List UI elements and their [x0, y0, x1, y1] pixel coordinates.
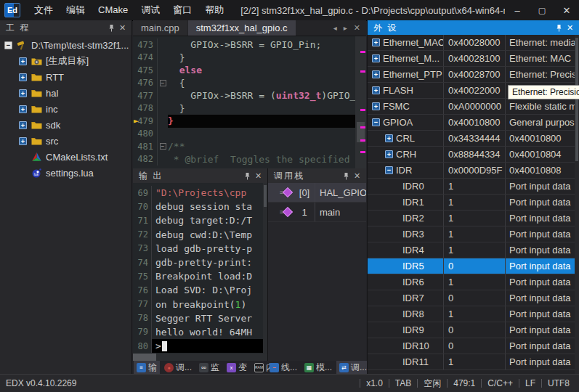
stack-frame[interactable]: ≡1main: [268, 203, 366, 222]
editor-tab-main-cpp[interactable]: main.cpp: [133, 20, 187, 36]
code-editor[interactable]: 473 GPIOx->BSRR = GPIO_Pin;474 }475 else…: [133, 36, 355, 168]
collapse-icon[interactable]: −: [4, 41, 12, 49]
peripheral-row-idr8[interactable]: IDR81Port input data: [368, 306, 579, 322]
expand-icon[interactable]: +: [372, 86, 380, 94]
expand-icon[interactable]: +: [372, 38, 380, 46]
expand-icon[interactable]: +: [19, 57, 27, 65]
scrollbar-thumb[interactable]: [575, 38, 578, 161]
peripheral-row-idr2[interactable]: IDR21Port input data: [368, 211, 579, 226]
scrollbar-thumb[interactable]: [133, 354, 156, 361]
tab-close-icon[interactable]: ✕: [354, 23, 360, 33]
peripheral-row-idr5[interactable]: IDR50Port input data: [368, 258, 579, 274]
tool-tab-bug[interactable]: 调...: [161, 361, 195, 374]
status-zoom[interactable]: x1.0: [361, 378, 388, 388]
menu-window[interactable]: 窗口: [166, 0, 198, 20]
pin-icon[interactable]: [554, 23, 564, 33]
tree-item-rtt[interactable]: +RTT: [0, 69, 131, 85]
expand-icon[interactable]: +: [372, 102, 380, 110]
close-icon[interactable]: ✕: [564, 23, 575, 33]
expand-icon[interactable]: +: [19, 105, 27, 113]
console-text: Breakpoint load:D: [152, 269, 267, 283]
tool-tab-callstack[interactable]: 调...: [336, 361, 370, 374]
close-icon[interactable]: ✕: [352, 171, 363, 181]
output-hscrollbar[interactable]: [133, 354, 267, 361]
fold-icon[interactable]: −: [160, 143, 166, 150]
peripheral-row-idr6[interactable]: IDR61Port input data: [368, 274, 579, 290]
peripheral-row-idr0[interactable]: IDR01Port input data: [368, 179, 579, 195]
collapse-icon[interactable]: −: [385, 166, 393, 174]
tool-tab-vars[interactable]: 变: [224, 361, 250, 374]
expand-icon[interactable]: +: [19, 121, 27, 129]
expand-icon[interactable]: +: [372, 70, 380, 78]
register-name-cell: IDR3: [368, 226, 444, 242]
peripheral-row-idr[interactable]: −IDR0x0000D95F0x40010808: [368, 163, 579, 179]
minimize-button[interactable]: –: [505, 0, 530, 20]
code-segment: GPIOx->BSRR = (: [168, 90, 276, 101]
scrollbar-thumb[interactable]: [264, 185, 267, 207]
editor-scrollbar[interactable]: [355, 36, 366, 168]
tree-item-生成目标[interactable]: +[生成目标]: [0, 53, 131, 69]
tree-item-inc[interactable]: +inc: [0, 101, 131, 117]
close-button[interactable]: ✕: [554, 0, 579, 20]
status-encoding[interactable]: UTF8: [543, 378, 575, 388]
peripheral-row-ethernet-m[interactable]: +Ethernet_M...0x40028100Ethernet: MAC: [368, 51, 579, 67]
tool-tab-watch[interactable]: 监: [196, 361, 222, 374]
expand-icon[interactable]: +: [19, 89, 27, 97]
tab-scroll-right-icon[interactable]: ▸: [344, 24, 347, 32]
maximize-button[interactable]: ▢: [530, 0, 554, 20]
menu-file[interactable]: 文件: [28, 0, 60, 20]
menu-cmake[interactable]: CMake: [92, 0, 134, 20]
expand-icon[interactable]: +: [385, 150, 393, 158]
expand-icon[interactable]: +: [385, 134, 393, 142]
tree-item-d-temp-test-stm32f1[interactable]: −D:\Temp\test-stm32f1...: [0, 37, 131, 53]
peripheral-row-idr4[interactable]: IDR41Port input data: [368, 242, 579, 258]
status-position[interactable]: 479:1: [448, 378, 480, 388]
output-vscrollbar[interactable]: [263, 183, 267, 354]
close-icon[interactable]: ✕: [117, 23, 128, 33]
peripheral-row-idr10[interactable]: IDR100Port input data: [368, 338, 579, 354]
peripheral-row-ethernet-mac[interactable]: +Ethernet_MAC0x40028000Ethernet: media: [368, 35, 579, 51]
expand-icon[interactable]: +: [19, 73, 27, 81]
editor-tab-stm32f1xx-hal-gpio-c[interactable]: stm32f1xx_hal_gpio.c: [188, 20, 296, 36]
status-indent[interactable]: TAB: [390, 378, 416, 388]
peripheral-row-idr1[interactable]: IDR11Port input data: [368, 195, 579, 211]
peripheral-row-ethernet-ptp[interactable]: +Ethernet_PTP0x40028700Ethernet: Precis: [368, 67, 579, 83]
pin-icon[interactable]: [242, 171, 253, 181]
fold-icon[interactable]: −: [160, 80, 166, 86]
line-number: 478: [133, 102, 158, 115]
peripheral-row-idr3[interactable]: IDR31Port input data: [368, 226, 579, 242]
peripheral-row-idr11[interactable]: IDR111Port input data: [368, 354, 579, 370]
peripheral-row-gpioa[interactable]: −GPIOA0x40010800General purpos: [368, 115, 579, 131]
close-icon[interactable]: ✕: [253, 171, 264, 181]
output-console[interactable]: 69"D:\Projects\cpp70debug session sta71d…: [133, 183, 267, 354]
status-eol[interactable]: LF: [520, 378, 540, 388]
stack-frame[interactable]: ≡[0]HAL_GPIO_V: [268, 183, 366, 203]
menu-help[interactable]: 帮助: [198, 0, 230, 20]
peripheral-row-crh[interactable]: +CRH0x888443340x40010804: [368, 147, 579, 163]
tool-tab-output[interactable]: 输: [134, 361, 160, 374]
tree-item-src[interactable]: +src: [0, 133, 131, 149]
pin-icon[interactable]: [106, 23, 117, 33]
menu-edit[interactable]: 编辑: [60, 0, 92, 20]
pin-icon[interactable]: [341, 171, 352, 181]
tree-item-settings-lua[interactable]: luasettings.lua: [0, 165, 131, 181]
tree-item-label: inc: [46, 104, 58, 115]
console-text: gdb-pretty-print:: [152, 256, 267, 269]
tool-tab-threads[interactable]: 线...: [267, 361, 300, 374]
peripheral-row-fsmc[interactable]: +FSMC0xA0000000Flexible static m: [368, 99, 579, 115]
tree-item-cmakelists-txt[interactable]: CMakeLists.txt: [0, 149, 131, 165]
menu-debug[interactable]: 调试: [134, 0, 166, 20]
status-language[interactable]: C/C++: [482, 378, 518, 388]
peripheral-row-idr7[interactable]: IDR70Port input data: [368, 290, 579, 306]
tool-tab-modules[interactable]: 模...: [301, 361, 335, 374]
status-state[interactable]: 空闲: [418, 377, 446, 390]
tree-item-sdk[interactable]: +sdk: [0, 117, 131, 133]
bottom-tabs-left: 输调...监变内: [134, 361, 278, 374]
tree-item-hal[interactable]: +hal: [0, 85, 131, 101]
expand-icon[interactable]: +: [372, 54, 380, 62]
collapse-icon[interactable]: −: [372, 118, 380, 126]
expand-icon[interactable]: +: [19, 137, 27, 145]
peripheral-row-idr9[interactable]: IDR90Port input data: [368, 322, 579, 338]
tab-scroll-left-icon[interactable]: ◂: [333, 24, 337, 32]
peripheral-row-crl[interactable]: +CRL0x343344440x40010800: [368, 131, 579, 147]
